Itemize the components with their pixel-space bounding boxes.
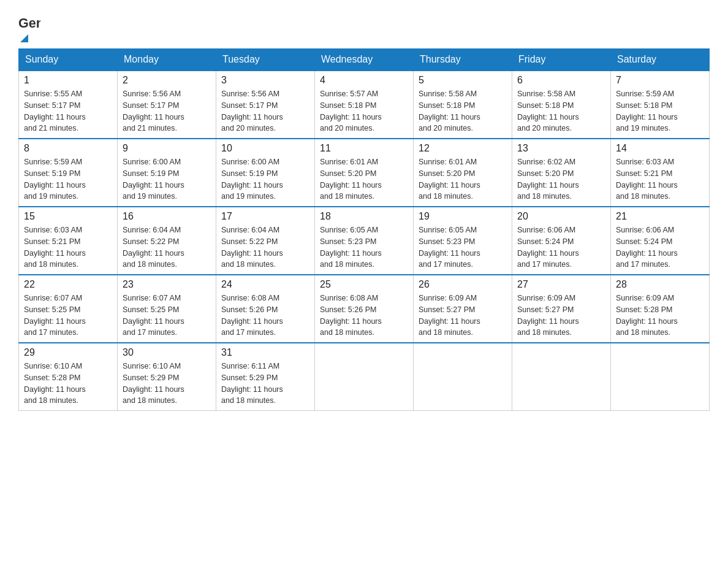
day-number: 10: [221, 143, 309, 154]
day-number: 6: [517, 75, 605, 86]
day-info: Sunrise: 5:57 AMSunset: 5:18 PMDaylight:…: [320, 88, 408, 134]
calendar-week-1: 1 Sunrise: 5:55 AMSunset: 5:17 PMDayligh…: [19, 71, 710, 139]
day-number: 29: [24, 347, 112, 358]
day-info: Sunrise: 6:04 AMSunset: 5:22 PMDaylight:…: [123, 224, 211, 270]
page-header: General: [18, 12, 710, 42]
day-info: Sunrise: 6:07 AMSunset: 5:25 PMDaylight:…: [123, 293, 211, 339]
day-info: Sunrise: 6:08 AMSunset: 5:26 PMDaylight:…: [320, 293, 408, 339]
day-number: 16: [123, 211, 211, 222]
logo: General: [18, 12, 43, 42]
calendar-cell: 30 Sunrise: 6:10 AMSunset: 5:29 PMDaylig…: [118, 343, 216, 411]
logo-triangle: [20, 34, 28, 42]
weekday-header-saturday: Saturday: [611, 49, 710, 71]
day-info: Sunrise: 6:01 AMSunset: 5:20 PMDaylight:…: [320, 156, 408, 202]
weekday-header-wednesday: Wednesday: [315, 49, 414, 71]
svg-text:General: General: [18, 15, 40, 31]
day-number: 23: [123, 279, 211, 290]
calendar-cell: 26 Sunrise: 6:09 AMSunset: 5:27 PMDaylig…: [414, 275, 512, 343]
calendar-table: SundayMondayTuesdayWednesdayThursdayFrid…: [18, 48, 710, 411]
calendar-cell: 14 Sunrise: 6:03 AMSunset: 5:21 PMDaylig…: [611, 139, 710, 207]
calendar-cell: 29 Sunrise: 6:10 AMSunset: 5:28 PMDaylig…: [19, 343, 118, 411]
calendar-week-4: 22 Sunrise: 6:07 AMSunset: 5:25 PMDaylig…: [19, 275, 710, 343]
day-number: 2: [123, 75, 211, 86]
day-info: Sunrise: 5:58 AMSunset: 5:18 PMDaylight:…: [419, 88, 507, 134]
calendar-cell: 22 Sunrise: 6:07 AMSunset: 5:25 PMDaylig…: [19, 275, 118, 343]
calendar-cell: 21 Sunrise: 6:06 AMSunset: 5:24 PMDaylig…: [611, 207, 710, 275]
calendar-cell: 5 Sunrise: 5:58 AMSunset: 5:18 PMDayligh…: [414, 71, 512, 139]
day-info: Sunrise: 5:59 AMSunset: 5:18 PMDaylight:…: [616, 88, 704, 134]
day-number: 19: [419, 211, 507, 222]
weekday-header-sunday: Sunday: [19, 49, 118, 71]
day-number: 24: [221, 279, 309, 290]
day-info: Sunrise: 6:10 AMSunset: 5:29 PMDaylight:…: [123, 361, 211, 407]
day-number: 7: [616, 75, 704, 86]
day-info: Sunrise: 6:09 AMSunset: 5:28 PMDaylight:…: [616, 293, 704, 339]
day-info: Sunrise: 6:03 AMSunset: 5:21 PMDaylight:…: [24, 224, 112, 270]
day-info: Sunrise: 6:00 AMSunset: 5:19 PMDaylight:…: [123, 156, 211, 202]
calendar-week-2: 8 Sunrise: 5:59 AMSunset: 5:19 PMDayligh…: [19, 139, 710, 207]
day-info: Sunrise: 6:00 AMSunset: 5:19 PMDaylight:…: [221, 156, 309, 202]
calendar-cell: 31 Sunrise: 6:11 AMSunset: 5:29 PMDaylig…: [216, 343, 315, 411]
day-info: Sunrise: 5:56 AMSunset: 5:17 PMDaylight:…: [221, 88, 309, 134]
day-number: 15: [24, 211, 112, 222]
calendar-cell: [315, 343, 414, 411]
calendar-cell: 12 Sunrise: 6:01 AMSunset: 5:20 PMDaylig…: [414, 139, 512, 207]
day-number: 17: [221, 211, 309, 222]
day-info: Sunrise: 6:06 AMSunset: 5:24 PMDaylight:…: [517, 224, 605, 270]
day-info: Sunrise: 6:08 AMSunset: 5:26 PMDaylight:…: [221, 293, 309, 339]
day-number: 28: [616, 279, 704, 290]
day-number: 25: [320, 279, 408, 290]
weekday-header-tuesday: Tuesday: [216, 49, 315, 71]
day-number: 4: [320, 75, 408, 86]
day-number: 21: [616, 211, 704, 222]
calendar-week-5: 29 Sunrise: 6:10 AMSunset: 5:28 PMDaylig…: [19, 343, 710, 411]
calendar-cell: 2 Sunrise: 5:56 AMSunset: 5:17 PMDayligh…: [118, 71, 216, 139]
calendar-cell: 20 Sunrise: 6:06 AMSunset: 5:24 PMDaylig…: [512, 207, 611, 275]
calendar-cell: 13 Sunrise: 6:02 AMSunset: 5:20 PMDaylig…: [512, 139, 611, 207]
day-number: 20: [517, 211, 605, 222]
day-info: Sunrise: 6:05 AMSunset: 5:23 PMDaylight:…: [320, 224, 408, 270]
day-info: Sunrise: 6:04 AMSunset: 5:22 PMDaylight:…: [221, 224, 309, 270]
day-number: 14: [616, 143, 704, 154]
calendar-cell: 11 Sunrise: 6:01 AMSunset: 5:20 PMDaylig…: [315, 139, 414, 207]
day-number: 12: [419, 143, 507, 154]
day-info: Sunrise: 6:06 AMSunset: 5:24 PMDaylight:…: [616, 224, 704, 270]
calendar-cell: 15 Sunrise: 6:03 AMSunset: 5:21 PMDaylig…: [19, 207, 118, 275]
calendar-cell: 18 Sunrise: 6:05 AMSunset: 5:23 PMDaylig…: [315, 207, 414, 275]
calendar-cell: 25 Sunrise: 6:08 AMSunset: 5:26 PMDaylig…: [315, 275, 414, 343]
calendar-cell: 9 Sunrise: 6:00 AMSunset: 5:19 PMDayligh…: [118, 139, 216, 207]
weekday-header-thursday: Thursday: [414, 49, 512, 71]
calendar-cell: 16 Sunrise: 6:04 AMSunset: 5:22 PMDaylig…: [118, 207, 216, 275]
day-number: 3: [221, 75, 309, 86]
calendar-cell: [414, 343, 512, 411]
day-number: 11: [320, 143, 408, 154]
day-number: 26: [419, 279, 507, 290]
day-info: Sunrise: 6:09 AMSunset: 5:27 PMDaylight:…: [517, 293, 605, 339]
day-info: Sunrise: 6:07 AMSunset: 5:25 PMDaylight:…: [24, 293, 112, 339]
weekday-header-row: SundayMondayTuesdayWednesdayThursdayFrid…: [19, 49, 710, 71]
day-info: Sunrise: 5:56 AMSunset: 5:17 PMDaylight:…: [123, 88, 211, 134]
day-info: Sunrise: 6:10 AMSunset: 5:28 PMDaylight:…: [24, 361, 112, 407]
calendar-cell: 24 Sunrise: 6:08 AMSunset: 5:26 PMDaylig…: [216, 275, 315, 343]
day-number: 9: [123, 143, 211, 154]
calendar-cell: 3 Sunrise: 5:56 AMSunset: 5:17 PMDayligh…: [216, 71, 315, 139]
day-number: 5: [419, 75, 507, 86]
calendar-cell: 4 Sunrise: 5:57 AMSunset: 5:18 PMDayligh…: [315, 71, 414, 139]
calendar-cell: 10 Sunrise: 6:00 AMSunset: 5:19 PMDaylig…: [216, 139, 315, 207]
calendar-cell: 8 Sunrise: 5:59 AMSunset: 5:19 PMDayligh…: [19, 139, 118, 207]
day-info: Sunrise: 6:01 AMSunset: 5:20 PMDaylight:…: [419, 156, 507, 202]
day-info: Sunrise: 5:55 AMSunset: 5:17 PMDaylight:…: [24, 88, 112, 134]
day-info: Sunrise: 6:05 AMSunset: 5:23 PMDaylight:…: [419, 224, 507, 270]
calendar-cell: 17 Sunrise: 6:04 AMSunset: 5:22 PMDaylig…: [216, 207, 315, 275]
calendar-cell: [611, 343, 710, 411]
logo-icon: General: [18, 12, 40, 34]
day-number: 8: [24, 143, 112, 154]
day-info: Sunrise: 6:09 AMSunset: 5:27 PMDaylight:…: [419, 293, 507, 339]
day-info: Sunrise: 6:03 AMSunset: 5:21 PMDaylight:…: [616, 156, 704, 202]
day-number: 30: [123, 347, 211, 358]
day-info: Sunrise: 6:11 AMSunset: 5:29 PMDaylight:…: [221, 361, 309, 407]
day-info: Sunrise: 5:59 AMSunset: 5:19 PMDaylight:…: [24, 156, 112, 202]
day-number: 13: [517, 143, 605, 154]
day-number: 27: [517, 279, 605, 290]
day-number: 18: [320, 211, 408, 222]
